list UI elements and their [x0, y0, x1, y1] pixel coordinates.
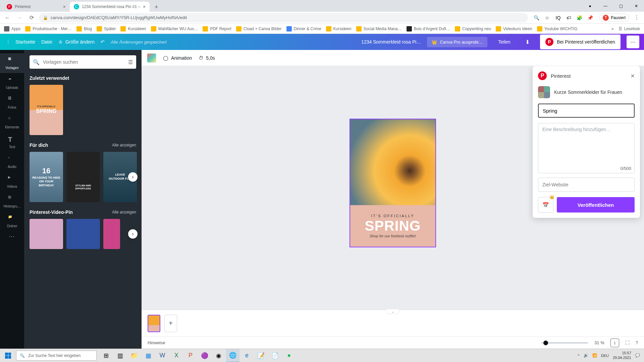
show-all-link[interactable]: Alle anzeigen [112, 143, 136, 147]
bookmark-item[interactable]: PDF Report [203, 26, 231, 32]
bookmark-item[interactable]: Produktsuche - Mer… [25, 26, 72, 32]
chrome-icon[interactable]: 🌐 [226, 349, 239, 362]
scroll-right-icon[interactable]: › [128, 229, 138, 239]
task-view-icon[interactable]: ⊞ [99, 349, 113, 362]
tray-clock[interactable]: 15:57 29.04.2021 [613, 351, 631, 360]
system-tray[interactable]: ^ 🔊 📶 DEU 15:57 29.04.2021 💬 [574, 351, 644, 360]
new-tab-button[interactable]: + [152, 2, 161, 12]
zoom-knob[interactable] [543, 341, 548, 345]
notes-button[interactable]: Hinweise [148, 340, 165, 345]
try-pro-button[interactable]: 👑Canva Pro ausprobi… [427, 37, 487, 47]
excel-icon[interactable]: X [170, 349, 183, 362]
add-page-button[interactable]: + [164, 315, 177, 332]
browser-tab-canva[interactable]: C 1234 Sommerkleid rosa Pin #1 – × [70, 2, 150, 12]
template-thumb[interactable] [30, 219, 63, 249]
publish-pinterest-button[interactable]: P Bei Pinterest veröffentlichen [540, 35, 621, 49]
close-window-icon[interactable]: ✕ [629, 1, 644, 11]
wifi-icon[interactable]: 📶 [592, 353, 597, 358]
close-panel-icon[interactable]: × [631, 72, 635, 80]
rail-uploads[interactable]: ☁Uploads [0, 73, 24, 93]
forward-button[interactable]: → [15, 13, 24, 22]
word-icon[interactable]: W [156, 349, 169, 362]
schedule-button[interactable]: 📅 👑 [538, 197, 553, 213]
powerpoint-icon[interactable]: P [184, 349, 197, 362]
animation-button[interactable]: ◯Animation [163, 55, 192, 61]
download-button[interactable]: ⬇ [521, 36, 534, 48]
maximize-icon[interactable]: ▢ [613, 1, 629, 11]
address-bar[interactable]: 🔒 canva.com/design/DAEdCQ5UaMY/Y5R-LUjvg… [39, 13, 528, 22]
search-input[interactable] [43, 59, 125, 65]
document-title[interactable]: 1234 Sommerkleid rosa Pi… [361, 39, 421, 45]
template-search[interactable]: 🔍 ☰ [30, 55, 136, 69]
bookmark-item[interactable]: Videokurs Ideen [496, 26, 532, 32]
help-icon[interactable]: ? [636, 340, 638, 345]
rail-templates[interactable]: ▦Vorlagen [0, 53, 24, 73]
taskbar-search[interactable]: 🔍Zur Suche Text hier eingeben [16, 351, 97, 361]
bookmark-item[interactable]: Youtube WICHTIG [537, 26, 578, 32]
taskbar-app-icon[interactable]: 🟣 [198, 349, 211, 362]
bookmark-item[interactable]: Copywriting neu [455, 26, 491, 32]
design-text-band[interactable]: IT'S OFFICIALLY SPRING Shop for our fres… [350, 205, 435, 247]
rail-text[interactable]: TText [0, 132, 24, 152]
grid-view-button[interactable]: 1 [610, 339, 619, 347]
zoom-icon[interactable]: 🔍 [533, 14, 540, 21]
account-dot-icon[interactable]: ● [582, 1, 598, 11]
ext-tag-icon[interactable]: 🏷 [566, 14, 572, 21]
taskbar-app-icon[interactable]: ▥ [113, 349, 127, 362]
close-tab-icon[interactable]: × [143, 4, 146, 9]
bookmark-item[interactable]: Dinner & Crime [286, 26, 321, 32]
rail-audio[interactable]: ♪Audio [0, 152, 24, 172]
bookmark-item[interactable]: Cload + Canva Bilder [236, 26, 282, 32]
star-icon[interactable]: ☆ [544, 14, 551, 21]
browser-menu-icon[interactable]: ⋮ [632, 13, 641, 22]
design-photo[interactable] [350, 119, 435, 205]
ext-puzzle-icon[interactable]: 🧩 [576, 14, 583, 21]
bookmarks-overflow-icon[interactable]: » [611, 26, 614, 31]
pin-title-input[interactable] [538, 104, 635, 118]
fullscreen-icon[interactable]: ⛶ [625, 340, 630, 345]
undo-button[interactable]: ↶ [101, 39, 105, 45]
start-button[interactable] [0, 349, 16, 362]
pin-target-url-input[interactable] [538, 178, 635, 192]
ext-pin-icon[interactable]: 📌 [587, 14, 594, 21]
bookmark-item[interactable]: Blog [76, 26, 92, 32]
notifications-icon[interactable]: 💬 [635, 353, 640, 358]
duration-button[interactable]: ⏱5,0s [199, 55, 215, 61]
rail-elements[interactable]: ◇Elemente [0, 113, 24, 132]
back-chevron-icon[interactable]: 〈 [5, 39, 9, 45]
volume-icon[interactable]: 🔊 [584, 353, 588, 358]
taskbar-app-icon[interactable]: ▦ [142, 349, 155, 362]
rail-more-icon[interactable]: ⋯ [9, 233, 15, 240]
bookmark-item[interactable]: Social Media Mana… [356, 26, 402, 32]
bookmark-item[interactable]: Kursideen [326, 26, 352, 32]
bookmark-item[interactable]: Später [97, 26, 116, 32]
reload-button[interactable]: ⟳ [27, 13, 36, 22]
filter-icon[interactable]: ☰ [128, 59, 133, 65]
template-thumb-recent[interactable]: IT'S OFFICIALLYSPRING [30, 85, 63, 135]
rail-folders[interactable]: 📁Ordner [0, 212, 24, 231]
bookmark-item[interactable]: Wahlfächer WU Aus… [151, 26, 198, 32]
tray-chevron-icon[interactable]: ^ [578, 354, 580, 358]
rail-photos[interactable]: 🖼Fotos [0, 93, 24, 113]
show-all-link[interactable]: Alle anzeigen [112, 210, 136, 215]
page-thumbnail[interactable] [148, 315, 160, 332]
home-button[interactable]: Startseite [15, 39, 35, 45]
edge-icon[interactable]: e [240, 349, 254, 362]
design-page[interactable]: IT'S OFFICIALLY SPRING Shop for our fres… [350, 119, 435, 247]
ext-iq-icon[interactable]: IQ [555, 14, 561, 21]
back-button[interactable]: ← [3, 13, 12, 22]
explorer-icon[interactable]: 📁 [127, 349, 141, 362]
resize-menu[interactable]: ♔Größe ändern [58, 39, 95, 45]
canvas-stage[interactable]: ⟳ IT'S OFFICIALLY SPRING Shop for our fr… [142, 66, 644, 310]
taskbar-app-icon[interactable]: ◉ [212, 349, 225, 362]
bookmark-item[interactable]: Bois d'Argent Duft… [407, 26, 450, 32]
reading-list-button[interactable]: ☰Leseliste [619, 26, 640, 31]
rail-background[interactable]: ▨Hintergru… [0, 192, 24, 212]
taskbar-app-icon[interactable]: 📄 [268, 349, 282, 362]
scroll-right-icon[interactable]: › [128, 172, 138, 182]
rail-videos[interactable]: ▶Videos [0, 172, 24, 192]
browser-tab-pinterest[interactable]: P Pinterest × [3, 2, 70, 12]
taskbar-app-icon[interactable]: 📝 [254, 349, 268, 362]
template-thumb[interactable] [66, 219, 100, 249]
more-menu-button[interactable]: ⋯ [627, 36, 639, 48]
